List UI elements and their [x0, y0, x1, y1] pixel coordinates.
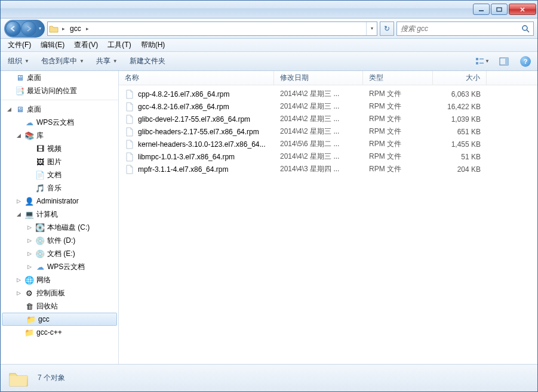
cell-type: RPM 文件 — [363, 164, 433, 174]
table-row[interactable]: mpfr-3.1.1-4.el7.x86_64.rpm2014\4\3 星期四 … — [119, 163, 537, 175]
tree-desktop-top[interactable]: 🖥桌面 — [1, 71, 118, 84]
cell-type: RPM 文件 — [363, 101, 433, 112]
music-icon: 🎵 — [35, 183, 45, 193]
cell-name: glibc-headers-2.17-55.el7.x86_64.rpm — [119, 127, 274, 137]
cell-type: RPM 文件 — [363, 114, 433, 124]
expand-icon[interactable]: ▷ — [26, 264, 33, 270]
column-type[interactable]: 类型 — [363, 71, 433, 85]
cell-date: 2014\4\2 星期三 ... — [274, 101, 363, 112]
collapse-icon[interactable]: ◢ — [15, 211, 22, 217]
cell-date: 2014\4\2 星期三 ... — [274, 126, 363, 137]
expand-icon[interactable]: ▷ — [15, 277, 22, 283]
file-icon — [125, 127, 134, 137]
menu-file[interactable]: 文件(F) — [3, 39, 36, 51]
cell-name: glibc-devel-2.17-55.el7.x86_64.rpm — [119, 115, 274, 124]
tree-control-panel[interactable]: ▷⚙控制面板 — [1, 286, 118, 300]
help-button[interactable]: ? — [518, 54, 533, 69]
tree-wps-cloud-2[interactable]: ▷☁WPS云文档 — [1, 260, 118, 273]
collapse-icon[interactable]: ◢ — [5, 106, 13, 112]
expand-icon[interactable]: ▷ — [26, 237, 33, 243]
file-icon — [125, 140, 134, 149]
column-name[interactable]: 名称 — [119, 71, 274, 85]
toolbar-include[interactable]: 包含到库中▼ — [39, 55, 87, 67]
expand-icon[interactable]: ▷ — [26, 224, 33, 230]
drive-icon: 💿 — [35, 236, 45, 245]
table-row[interactable]: gcc-4.8.2-16.el7.x86_64.rpm2014\4\2 星期三 … — [119, 100, 537, 113]
table-row[interactable]: kernel-headers-3.10.0-123.el7.x86_64...2… — [119, 138, 537, 150]
table-row[interactable]: libmpc-1.0.1-3.el7.x86_64.rpm2014\4\2 星期… — [119, 150, 537, 163]
drive-icon: 💽 — [35, 223, 45, 232]
expand-icon[interactable]: ▷ — [15, 198, 22, 204]
history-dropdown[interactable]: ▾ — [36, 26, 44, 31]
column-headers: 名称 修改日期 类型 大小 — [119, 71, 537, 85]
chevron-down-icon: ▼ — [485, 58, 490, 64]
cell-size: 6,063 KB — [433, 90, 487, 98]
nav-history-group: ▾ — [4, 20, 45, 38]
preview-pane-button[interactable] — [497, 54, 511, 69]
tree-administrator[interactable]: ▷👤Administrator — [1, 195, 118, 208]
nav-tree[interactable]: 🖥桌面 📑最近访问的位置 ◢🖥桌面 ☁WPS云文档 ◢📚库 🎞视频 🖼图片 📄文… — [1, 71, 119, 364]
tree-music[interactable]: 🎵音乐 — [1, 181, 118, 195]
cloud-icon: ☁ — [35, 262, 45, 271]
forward-button[interactable] — [21, 21, 36, 36]
tree-network[interactable]: ▷🌐网络 — [1, 273, 118, 286]
tree-recycle-bin[interactable]: 🗑回收站 — [1, 300, 118, 313]
back-button[interactable] — [5, 21, 21, 36]
svg-rect-5 — [476, 62, 478, 64]
recycle-bin-icon: 🗑 — [24, 301, 34, 311]
tree-videos[interactable]: 🎞视频 — [1, 142, 118, 155]
tree-computer[interactable]: ◢💻计算机 — [1, 208, 118, 221]
maximize-icon — [496, 7, 502, 12]
menu-view[interactable]: 查看(V) — [69, 39, 103, 51]
tree-desktop-root[interactable]: ◢🖥桌面 — [1, 103, 118, 116]
toolbar-share[interactable]: 共享▼ — [94, 55, 120, 67]
user-icon: 👤 — [24, 196, 34, 206]
chevron-down-icon: ▼ — [24, 58, 29, 64]
file-icon — [125, 165, 134, 174]
toolbar-organize[interactable]: 组织▼ — [5, 55, 32, 67]
close-button[interactable] — [509, 4, 536, 15]
minimize-button[interactable] — [473, 4, 490, 15]
expand-icon[interactable]: ▷ — [26, 251, 33, 257]
tree-gcc[interactable]: 📁gcc — [2, 313, 117, 326]
tree-libraries[interactable]: ◢📚库 — [1, 129, 118, 142]
tree-wps-cloud[interactable]: ☁WPS云文档 — [1, 116, 118, 129]
column-date[interactable]: 修改日期 — [274, 71, 363, 85]
tree-pictures[interactable]: 🖼图片 — [1, 155, 118, 168]
view-options-button[interactable]: ▼ — [475, 54, 490, 69]
table-row[interactable]: glibc-headers-2.17-55.el7.x86_64.rpm2014… — [119, 125, 537, 138]
tree-drive-c[interactable]: ▷💽本地磁盘 (C:) — [1, 221, 118, 234]
menu-edit[interactable]: 编辑(E) — [36, 39, 69, 51]
address-current-seg[interactable]: gcc▸ — [67, 24, 91, 33]
tree-gcc-cpp[interactable]: 📁gcc-c++ — [1, 326, 118, 339]
desktop-icon: 🖥 — [15, 104, 24, 114]
expand-icon[interactable]: ▷ — [15, 290, 22, 296]
address-bar[interactable]: ▸ gcc▸ ▾ — [47, 21, 377, 36]
refresh-button[interactable]: ↻ — [380, 21, 394, 36]
address-dropdown[interactable]: ▾ — [366, 22, 377, 35]
file-rows[interactable]: cpp-4.8.2-16.el7.x86_64.rpm2014\4\2 星期三 … — [119, 85, 537, 364]
tree-drive-e[interactable]: ▷💿文档 (E:) — [1, 247, 118, 260]
tree-recent[interactable]: 📑最近访问的位置 — [1, 84, 118, 97]
folder-icon: 📁 — [26, 314, 36, 324]
cell-date: 2014\4\2 星期三 ... — [274, 114, 363, 124]
search-input[interactable] — [397, 24, 518, 33]
toolbar-new-folder[interactable]: 新建文件夹 — [127, 55, 168, 67]
tree-drive-d[interactable]: ▷💿软件 (D:) — [1, 234, 118, 247]
search-button[interactable] — [518, 22, 533, 35]
collapse-icon[interactable]: ◢ — [15, 132, 22, 138]
cell-date: 2014\4\3 星期四 ... — [274, 164, 363, 174]
table-row[interactable]: cpp-4.8.2-16.el7.x86_64.rpm2014\4\2 星期三 … — [119, 88, 537, 100]
svg-rect-1 — [497, 8, 502, 11]
menu-help[interactable]: 帮助(H) — [136, 39, 170, 51]
column-size[interactable]: 大小 — [433, 71, 487, 85]
tree-documents[interactable]: 📄文档 — [1, 168, 118, 181]
table-row[interactable]: glibc-devel-2.17-55.el7.x86_64.rpm2014\4… — [119, 113, 537, 125]
maximize-button[interactable] — [491, 4, 508, 15]
menu-tools[interactable]: 工具(T) — [103, 39, 136, 51]
pictures-icon: 🖼 — [35, 157, 45, 166]
folder-icon: 📁 — [24, 328, 34, 337]
cell-name: kernel-headers-3.10.0-123.el7.x86_64... — [119, 140, 274, 149]
computer-icon: 💻 — [24, 209, 34, 219]
address-root-seg[interactable]: ▸ — [60, 26, 67, 32]
